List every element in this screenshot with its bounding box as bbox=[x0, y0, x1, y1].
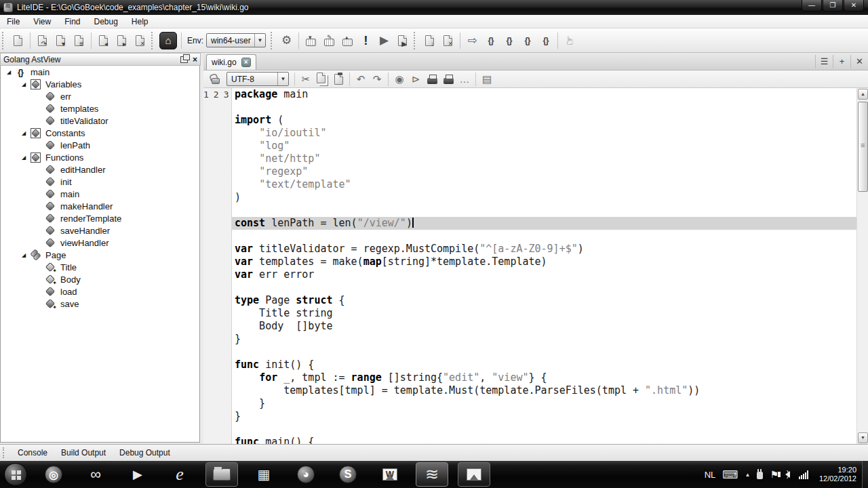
media-player-app[interactable]: ▶ bbox=[121, 462, 154, 487]
minimize-button[interactable]: — bbox=[802, 0, 822, 12]
unfold-all-button[interactable]: {} bbox=[536, 31, 555, 49]
restore-button[interactable]: ❐ bbox=[823, 0, 843, 12]
code-viewport[interactable]: 1234567891011121314151617181920212223242… bbox=[203, 88, 856, 444]
tree-item-main[interactable]: ◢{}main bbox=[1, 66, 199, 78]
tree-item-functions[interactable]: ◢Functions bbox=[1, 151, 199, 163]
run-button[interactable]: ▶ bbox=[375, 31, 393, 49]
menu-find[interactable]: Find bbox=[58, 16, 87, 28]
undo-button[interactable]: ↶ bbox=[353, 71, 369, 87]
tree-item-titlevalidator[interactable]: titleValidator bbox=[1, 115, 199, 127]
env-combo[interactable]: win64-user▼ bbox=[206, 33, 266, 47]
code-lines[interactable]: package mainimport ( "io/ioutil" "log" "… bbox=[232, 88, 856, 444]
visual-studio-app[interactable]: ∞ bbox=[79, 462, 112, 487]
word-app[interactable]: W bbox=[374, 462, 406, 487]
split-add-button[interactable]: + bbox=[833, 55, 850, 68]
more-button[interactable]: … bbox=[456, 71, 473, 87]
language-indicator[interactable]: NL bbox=[705, 470, 716, 480]
tree-item-init[interactable]: init bbox=[1, 176, 199, 188]
file-explorer-app[interactable] bbox=[205, 462, 238, 487]
image-viewer-app[interactable] bbox=[458, 462, 490, 487]
output-bar-handle[interactable] bbox=[3, 447, 7, 458]
tree-item-viewhandler[interactable]: viewHandler bbox=[1, 237, 199, 249]
paste-button[interactable] bbox=[330, 71, 347, 87]
pause-button[interactable]: ☞ bbox=[561, 31, 579, 49]
tree-item-templates[interactable]: templates bbox=[1, 102, 199, 115]
clean-file-button[interactable]: × bbox=[439, 31, 457, 49]
tree-item-edithandler[interactable]: editHandler bbox=[1, 163, 199, 176]
menu-file[interactable]: File bbox=[0, 16, 26, 28]
compile-file-button[interactable]: ↓ bbox=[420, 31, 439, 49]
tree-item-body[interactable]: ✦Body bbox=[1, 273, 199, 285]
save-file-button[interactable]: ▾ bbox=[52, 31, 70, 49]
editor-scrollbar[interactable]: ▲ ▼ bbox=[856, 88, 868, 444]
skype-app[interactable]: S bbox=[332, 462, 364, 487]
output-tab-debug-output[interactable]: Debug Output bbox=[113, 446, 177, 460]
wrap-button[interactable]: ▤ bbox=[479, 71, 495, 87]
toolbar-handle[interactable] bbox=[151, 32, 155, 49]
scroll-up-icon[interactable]: ▲ bbox=[858, 89, 868, 100]
tab-wiki-go[interactable]: wiki.go × bbox=[206, 54, 256, 70]
tree-expand-icon[interactable]: ◢ bbox=[3, 69, 14, 75]
tree-item-title[interactable]: ✦Title bbox=[1, 261, 199, 273]
tree-expand-icon[interactable]: ◢ bbox=[18, 252, 29, 258]
menu-view[interactable]: View bbox=[26, 16, 58, 28]
encoding-select[interactable]: UTF-8▼ bbox=[226, 72, 289, 86]
fold-all-button[interactable]: {} bbox=[518, 31, 536, 49]
tree-item-lenpath[interactable]: lenPath bbox=[1, 139, 199, 151]
close-all-button[interactable]: × bbox=[131, 31, 149, 49]
save-all-button[interactable]: ≡ bbox=[70, 31, 88, 49]
home-button[interactable]: ⌂ bbox=[159, 32, 177, 49]
volume-icon[interactable] bbox=[785, 471, 792, 478]
build-button[interactable]: ▾ bbox=[302, 31, 320, 49]
tree-item-makehandler[interactable]: makeHandler bbox=[1, 200, 199, 212]
unfold-block-button[interactable]: {} bbox=[500, 31, 518, 49]
locate-button[interactable]: ◉ bbox=[391, 71, 408, 87]
clock[interactable]: 19:20 12/02/2012 bbox=[819, 466, 856, 483]
tree-item-variables[interactable]: ◢Variables bbox=[1, 78, 199, 90]
tree-item-save[interactable]: ✦save bbox=[1, 298, 199, 310]
tree-item-page[interactable]: ◢Page bbox=[1, 249, 199, 261]
tab-close-icon[interactable]: × bbox=[241, 58, 251, 67]
menu-help[interactable]: Help bbox=[125, 16, 155, 28]
internet-explorer-app[interactable]: e bbox=[163, 462, 196, 487]
tree-expand-icon[interactable]: ◢ bbox=[18, 155, 29, 161]
start-button[interactable] bbox=[4, 463, 27, 486]
tree-item-savehandler[interactable]: saveHandler bbox=[1, 224, 199, 237]
toolbar-handle[interactable] bbox=[2, 32, 6, 49]
copy-button[interactable] bbox=[314, 71, 330, 87]
build-and-run-button[interactable]: ! bbox=[357, 31, 375, 49]
goto-symbol-button[interactable]: ⇨ bbox=[463, 31, 481, 49]
print-button[interactable] bbox=[424, 71, 440, 87]
output-tab-console[interactable]: Console bbox=[11, 446, 54, 460]
tree-item-rendertemplate[interactable]: renderTemplate bbox=[1, 212, 199, 224]
scrollbar-thumb[interactable] bbox=[858, 102, 868, 192]
tree-expand-icon[interactable]: ◢ bbox=[18, 81, 29, 87]
cut-button[interactable]: ✂ bbox=[298, 71, 314, 87]
float-panel-icon[interactable] bbox=[180, 56, 188, 63]
close-panel-icon[interactable]: × bbox=[193, 56, 197, 63]
reload-file-button[interactable]: ◂ bbox=[94, 31, 113, 49]
hidden-icons-arrow[interactable]: ▲ bbox=[745, 472, 750, 478]
run-file-button[interactable]: ▶ bbox=[393, 31, 412, 49]
calculator-app[interactable]: ▦ bbox=[248, 462, 280, 487]
install-button[interactable]: ✎ bbox=[320, 31, 338, 49]
tree-item-main[interactable]: main bbox=[1, 188, 199, 200]
close-button[interactable]: ✕ bbox=[844, 0, 864, 12]
toolbar-handle[interactable] bbox=[271, 32, 275, 49]
liteide-app[interactable]: ≋ bbox=[416, 462, 448, 487]
output-tab-build-output[interactable]: Build Output bbox=[54, 446, 113, 460]
close-editor-button[interactable]: ✕ bbox=[850, 55, 868, 68]
toolbar-handle[interactable] bbox=[414, 32, 418, 49]
export-button[interactable]: ⊳ bbox=[408, 71, 424, 87]
tree-expand-icon[interactable]: ◢ bbox=[18, 130, 29, 136]
get-button[interactable]: ▴ bbox=[338, 31, 357, 49]
open-file-button[interactable]: ↷ bbox=[33, 31, 52, 49]
close-file-button[interactable]: ▸ bbox=[113, 31, 131, 49]
print-preview-button[interactable] bbox=[440, 71, 456, 87]
tree-item-load[interactable]: load bbox=[1, 285, 199, 298]
power-plug-icon[interactable] bbox=[757, 470, 763, 479]
redo-button[interactable]: ↷ bbox=[369, 71, 385, 87]
firefox-app[interactable]: ◕ bbox=[290, 462, 322, 487]
tab-list-button[interactable]: ☰ bbox=[815, 55, 833, 68]
tree-item-constants[interactable]: ◢Constants bbox=[1, 127, 199, 139]
